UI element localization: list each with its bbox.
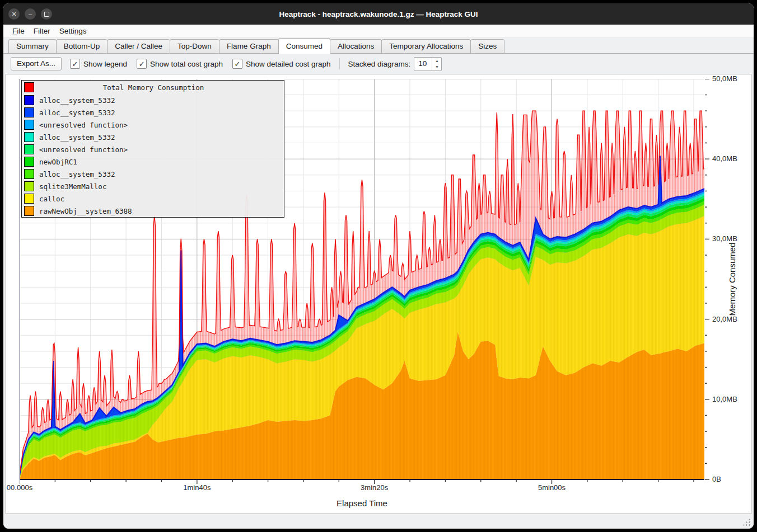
legend-item: rawNewObj__system_6388: [22, 205, 284, 217]
y-tick-label: 20,0MB: [712, 315, 737, 323]
app-window: ✕ – Heaptrack - heaptrack.wakunode.1.gz …: [3, 3, 754, 529]
stacked-diagrams-spinbox[interactable]: 10 ▲ ▼: [414, 57, 442, 71]
tab-caller-callee[interactable]: Caller / Callee: [107, 39, 170, 53]
title-bar: ✕ – Heaptrack - heaptrack.wakunode.1.gz …: [3, 3, 754, 25]
legend-label: <unresolved function>: [39, 121, 128, 129]
legend-item: <unresolved function>: [22, 119, 284, 131]
legend-item: alloc__system_5332: [22, 168, 284, 180]
legend-label: alloc__system_5332: [39, 133, 115, 142]
legend-swatch: [24, 181, 34, 191]
legend-swatch: [24, 95, 34, 105]
window-title: Heaptrack - heaptrack.wakunode.1.gz — He…: [3, 10, 754, 18]
y-tick-label: 40,0MB: [712, 154, 737, 163]
tab-allocations[interactable]: Allocations: [330, 39, 382, 53]
export-as-button[interactable]: Export As...: [11, 57, 62, 70]
legend-title: Total Memory Consumption: [34, 83, 273, 92]
toolbar-separator: [339, 58, 340, 69]
tab-consumed[interactable]: Consumed: [278, 38, 330, 54]
checkbox-label: Show legend: [83, 60, 127, 68]
legend-swatch: [24, 169, 34, 179]
menu-file[interactable]: File: [8, 26, 29, 36]
x-tick-label: 00.000s: [7, 483, 32, 492]
legend-swatch: [24, 82, 34, 92]
chart-legend: Total Memory Consumptionalloc__system_53…: [21, 80, 284, 218]
consumed-chart[interactable]: 00.000s1min40s3min20s5min00s 0B10,0MB20,…: [6, 74, 751, 514]
legend-swatch: [24, 194, 34, 204]
tab-summary[interactable]: Summary: [8, 39, 57, 53]
checkbox-label: Show total cost graph: [150, 60, 223, 68]
checkmark-icon: ✓: [232, 59, 242, 69]
menu-bar: FileFilterSettings: [3, 25, 754, 38]
checkmark-icon: ✓: [70, 59, 80, 69]
maximize-icon[interactable]: [41, 8, 52, 20]
y-tick-label: 30,0MB: [712, 234, 737, 243]
legend-swatch: [24, 107, 34, 117]
tab-sizes[interactable]: Sizes: [470, 39, 504, 53]
window-controls: ✕ –: [8, 8, 52, 20]
legend-swatch: [24, 120, 34, 130]
y-tick-label: 10,0MB: [712, 395, 737, 403]
x-axis-title: Elapsed Time: [20, 498, 704, 508]
legend-item: alloc__system_5332: [22, 106, 284, 119]
legend-item: <unresolved function>: [22, 143, 284, 156]
tab-temporary-allocations[interactable]: Temporary Allocations: [381, 39, 471, 53]
tab-top-down[interactable]: Top-Down: [170, 39, 219, 53]
y-axis-title: Memory Consumed: [727, 243, 737, 316]
legend-item: sqlite3MemMalloc: [22, 180, 284, 192]
checkmark-icon: ✓: [137, 59, 147, 69]
tab-bottom-up[interactable]: Bottom-Up: [56, 39, 108, 53]
status-strip: [3, 514, 754, 529]
toolbar: Export As... ✓Show legend✓Show total cos…: [3, 54, 754, 74]
checkbox-show-legend[interactable]: ✓Show legend: [70, 59, 127, 69]
x-tick-label: 1min40s: [183, 483, 211, 492]
close-icon[interactable]: ✕: [8, 8, 20, 20]
legend-item: Total Memory Consumption: [22, 81, 284, 94]
menu-settings[interactable]: Settings: [55, 26, 91, 36]
legend-item: calloc: [22, 192, 284, 205]
tab-bar: SummaryBottom-UpCaller / CalleeTop-DownF…: [3, 38, 754, 54]
legend-label: newObjRC1: [39, 158, 77, 166]
legend-swatch: [24, 132, 34, 142]
legend-item: alloc__system_5332: [22, 131, 284, 143]
spin-down-icon[interactable]: ▼: [432, 64, 441, 70]
y-tick-label: 0B: [712, 475, 721, 483]
tab-flame-graph[interactable]: Flame Graph: [219, 39, 279, 53]
legend-label: calloc: [39, 195, 64, 203]
legend-swatch: [24, 206, 34, 216]
checkbox-show-detailed-cost-graph[interactable]: ✓Show detailed cost graph: [232, 59, 331, 69]
x-tick-label: 5min00s: [538, 483, 566, 492]
legend-label: alloc__system_5332: [39, 170, 115, 178]
resize-grip-icon[interactable]: [742, 518, 750, 526]
legend-label: sqlite3MemMalloc: [39, 182, 106, 191]
x-tick-label: 3min20s: [361, 483, 388, 492]
checkbox-show-total-cost-graph[interactable]: ✓Show total cost graph: [137, 59, 223, 69]
legend-item: alloc__system_5332: [22, 94, 284, 106]
legend-swatch: [24, 144, 34, 154]
minimize-icon[interactable]: –: [25, 8, 36, 20]
stacked-diagrams-label: Stacked diagrams:: [348, 60, 411, 68]
menu-filter[interactable]: Filter: [29, 26, 55, 36]
legend-swatch: [24, 157, 34, 167]
legend-item: newObjRC1: [22, 156, 284, 168]
legend-label: rawNewObj__system_6388: [39, 207, 132, 215]
legend-label: <unresolved function>: [39, 145, 128, 154]
legend-label: alloc__system_5332: [39, 109, 115, 117]
checkbox-label: Show detailed cost graph: [246, 60, 331, 68]
y-tick-label: 50,0MB: [712, 74, 737, 83]
spin-up-icon[interactable]: ▲: [432, 58, 441, 64]
stacked-diagrams-value[interactable]: 10: [414, 58, 432, 70]
legend-label: alloc__system_5332: [39, 96, 115, 105]
